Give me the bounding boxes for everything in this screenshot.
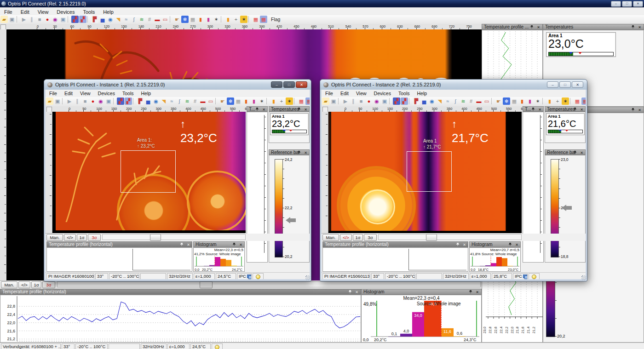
palette-bar2-icon[interactable]: ▮ (205, 16, 212, 23)
area1-measure-box[interactable] (121, 150, 176, 193)
histogram-tool-icon[interactable]: ▅ (144, 97, 152, 105)
title-bar[interactable]: Optris PI Connect - Instance 2 (Rel. 2.1… (320, 80, 587, 90)
menu-view[interactable]: View (352, 90, 370, 97)
close-icon[interactable]: ✕ (536, 25, 541, 30)
menu-edit[interactable]: Edit (61, 90, 76, 97)
minimize-button[interactable]: – (611, 1, 621, 7)
close-button[interactable]: ✕ (572, 81, 583, 88)
button-[interactable]: </> (64, 234, 76, 241)
instance1-window[interactable]: Optris PI Connect - Instance 1 (Rel. 2.1… (44, 79, 311, 281)
blue-marker-icon[interactable] (282, 130, 286, 132)
close-icon[interactable]: ✕ (354, 290, 359, 295)
tools-alarm-icon[interactable]: ✶ (240, 16, 247, 23)
palette-image-alt-icon[interactable]: ▞ (401, 97, 408, 105)
menu-help[interactable]: Help (413, 90, 431, 97)
overlay-icon[interactable]: ▦ (189, 16, 196, 23)
alarm-icon[interactable]: ◥ (115, 16, 122, 23)
save-icon[interactable]: ▣ (54, 97, 61, 105)
open-file-icon[interactable]: ▰ (46, 97, 53, 105)
profile-curve2-icon[interactable]: ∫ (452, 97, 459, 105)
pin-icon[interactable] (573, 150, 578, 155)
pause-icon[interactable]: ∥ (74, 97, 81, 105)
button-3[interactable]: 3σ (42, 281, 55, 288)
close-icon[interactable]: ✕ (475, 290, 480, 295)
overlay-icon[interactable]: ▦ (511, 97, 518, 105)
close-icon[interactable]: ✕ (261, 107, 266, 112)
resize-grip[interactable] (581, 275, 586, 280)
heat-bar-icon[interactable]: ▮ (270, 97, 277, 105)
menu-help[interactable]: Help (137, 90, 155, 97)
layout-icon[interactable]: ▛ (137, 97, 144, 105)
pin-icon[interactable] (531, 107, 536, 112)
stop-icon[interactable]: ■ (36, 16, 43, 23)
grid-red-icon[interactable]: ▦ (252, 16, 259, 23)
color-curves-icon[interactable]: ≋ (138, 16, 145, 23)
profile-curve-icon[interactable]: ≈ (168, 97, 175, 105)
pin-icon[interactable] (456, 242, 461, 247)
pin-icon[interactable] (232, 242, 237, 247)
pause-icon[interactable]: ∥ (28, 16, 35, 23)
close-icon[interactable]: ✕ (462, 242, 467, 247)
histogram-tool-icon[interactable]: ▅ (99, 16, 106, 23)
heat-bar-icon[interactable]: ▮ (224, 16, 232, 23)
hand-cursor-icon[interactable]: ☛ (495, 97, 502, 105)
snapshot-icon[interactable]: ◉ (97, 97, 104, 105)
snapshot-icon[interactable]: ◉ (52, 16, 59, 23)
blue-marker-icon[interactable] (569, 52, 573, 54)
menu-file[interactable]: File (46, 90, 61, 97)
button-[interactable]: </> (18, 281, 30, 288)
image-scrollbar[interactable] (378, 234, 522, 240)
button-man[interactable]: Man. (322, 234, 339, 241)
color-curves-icon[interactable]: ≋ (184, 97, 191, 105)
histogram-tool-icon[interactable]: ▅ (420, 97, 428, 105)
area1-widget[interactable]: Area 123,2°C (270, 113, 309, 135)
close-icon[interactable]: ✕ (238, 242, 243, 247)
pin-icon[interactable] (348, 290, 353, 295)
red-marker-icon[interactable] (578, 52, 582, 54)
resize-grip[interactable] (305, 275, 310, 280)
open-file-icon[interactable]: ▰ (322, 97, 329, 105)
copy-icon[interactable]: ▣ (381, 97, 388, 105)
menu-tools[interactable]: Tools (119, 90, 138, 97)
digits-display-icon[interactable]: # (146, 16, 153, 23)
toolbar-overflow-icon[interactable]: ▾ (307, 100, 309, 103)
play-icon[interactable]: ▶ (66, 97, 73, 105)
area1-widget[interactable]: Area 121,6°C (546, 113, 585, 135)
pin-icon[interactable] (530, 25, 535, 30)
heat-bar-icon[interactable]: ▮ (546, 97, 553, 105)
menu-tools[interactable]: Tools (395, 90, 414, 97)
copy-icon[interactable]: ▣ (105, 97, 112, 105)
button-man[interactable]: Man. (46, 234, 63, 241)
close-icon[interactable]: ✕ (637, 25, 642, 30)
palette-bar2-icon[interactable]: ▮ (250, 97, 258, 105)
button-1[interactable]: 1σ (353, 234, 363, 241)
palette-image-icon[interactable]: ▞ (71, 16, 79, 23)
close-icon[interactable]: ✕ (537, 107, 542, 112)
alarm-icon[interactable]: ◥ (160, 97, 167, 105)
camera-view-icon[interactable]: ◉ (152, 97, 160, 105)
hand-cursor-icon[interactable]: ☛ (219, 97, 226, 105)
tools-alarm-icon[interactable]: ✶ (286, 97, 293, 105)
color-curves-icon[interactable]: ≋ (460, 97, 467, 105)
close-icon[interactable]: ✕ (303, 107, 308, 112)
toolbar-overflow-icon[interactable]: ▾ (583, 100, 585, 103)
maximize-button[interactable]: □ (559, 81, 571, 88)
pin-icon[interactable] (631, 108, 636, 113)
button-1[interactable]: 1σ (31, 281, 41, 288)
menu-file[interactable]: File (322, 90, 337, 97)
tools-icon[interactable]: ✶ (534, 97, 541, 105)
image-scrollbar-thumb[interactable] (426, 234, 437, 241)
pin-icon[interactable] (631, 25, 636, 30)
flag-toolbar-label[interactable]: Flag (271, 15, 280, 23)
freeze-icon[interactable]: ❄ (181, 16, 189, 23)
button-[interactable]: </> (340, 234, 352, 241)
area1-widget[interactable]: Area 1 23,0°C (546, 32, 616, 57)
subtract-icon[interactable]: ▬ (154, 16, 161, 23)
center-cross-icon[interactable]: + (278, 97, 285, 105)
red-marker-icon[interactable] (289, 130, 293, 132)
palette-image-alt-icon[interactable]: ▞ (125, 97, 132, 105)
alarm-icon[interactable]: ◥ (436, 97, 443, 105)
close-icon[interactable]: ✕ (514, 242, 519, 247)
copy-icon[interactable]: ▣ (59, 16, 67, 23)
record-icon[interactable]: ● (89, 97, 97, 105)
